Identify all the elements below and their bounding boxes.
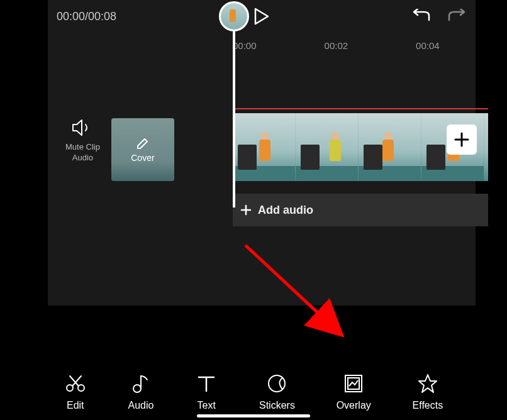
editor-panel: 00:00/00:08 00:00	[48, 0, 476, 306]
video-frame	[359, 113, 421, 181]
toolbar-label: Text	[198, 400, 216, 411]
redo-icon	[447, 9, 467, 24]
toolbar-item-audio[interactable]: Audio	[128, 372, 154, 411]
home-indicator[interactable]	[197, 414, 310, 417]
timeline-area: Mute Clip Audio Cover	[48, 69, 476, 258]
toolbar-item-stickers[interactable]: Stickers	[259, 372, 295, 411]
play-button[interactable]	[254, 8, 269, 25]
playhead[interactable]	[233, 19, 235, 207]
video-editor-app: 00:00/00:08 00:00	[0, 0, 507, 420]
add-audio-track[interactable]: Add audio	[233, 194, 488, 226]
undo-button[interactable]	[411, 9, 432, 24]
play-icon	[254, 8, 269, 25]
toolbar-label: Edit	[67, 400, 84, 411]
scissors-icon	[64, 372, 87, 395]
playhead-preview	[219, 1, 249, 31]
sticker-icon	[265, 372, 288, 395]
star-icon	[416, 372, 439, 395]
bottom-toolbar: Edit Audio Text Stickers	[0, 372, 507, 411]
undo-icon	[411, 9, 432, 24]
cover-button[interactable]: Cover	[111, 118, 174, 181]
undo-redo-group	[411, 9, 467, 24]
time-display: 00:00/00:08	[57, 10, 116, 23]
cover-label: Cover	[131, 153, 154, 163]
plus-icon	[454, 131, 470, 148]
timeline-ruler[interactable]: 00:00 00:02 00:04	[224, 33, 476, 58]
add-audio-label: Add audio	[258, 204, 313, 217]
track-separator	[233, 108, 488, 109]
video-frame	[233, 113, 296, 181]
toolbar-label: Overlay	[337, 400, 371, 411]
toolbar-label: Audio	[128, 400, 154, 411]
ruler-tick: 00:00	[233, 40, 257, 51]
tracks-column: Add audio	[224, 69, 476, 258]
video-frame	[296, 113, 359, 181]
left-controls: Mute Clip Audio Cover	[48, 69, 224, 258]
text-icon	[195, 372, 218, 395]
toolbar-item-overlay[interactable]: Overlay	[337, 372, 371, 411]
toolbar-item-effects[interactable]: Effects	[413, 372, 443, 411]
top-bar: 00:00/00:08	[48, 0, 476, 33]
toolbar-item-text[interactable]: Text	[195, 372, 218, 411]
redo-button[interactable]	[447, 9, 467, 24]
toolbar-label: Effects	[413, 400, 443, 411]
ruler-tick: 00:04	[416, 40, 440, 51]
plus-icon	[240, 204, 252, 216]
overlay-icon	[342, 372, 365, 395]
mute-clip-audio-button[interactable]: Mute Clip Audio	[65, 118, 100, 163]
ruler-tick: 00:02	[325, 40, 348, 51]
mute-label: Mute Clip Audio	[65, 142, 100, 163]
toolbar-item-edit[interactable]: Edit	[64, 372, 87, 411]
add-clip-button[interactable]	[447, 124, 477, 155]
svg-point-4	[269, 375, 285, 392]
speaker-icon	[72, 118, 93, 137]
svg-point-3	[133, 385, 141, 392]
music-note-icon	[130, 372, 152, 395]
toolbar-label: Stickers	[259, 400, 295, 411]
pencil-icon	[136, 136, 150, 150]
